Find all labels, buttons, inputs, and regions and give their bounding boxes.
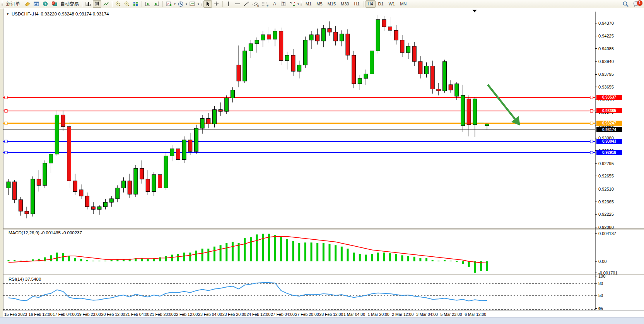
candle-body [267,35,271,39]
text-icon[interactable]: A [270,0,279,8]
zoom-in-icon[interactable] [114,0,122,8]
price-line-badge[interactable]: 0.93043 [596,139,622,144]
timeframe-bar: M1M5M15M30H1H4D1W1MN [303,0,409,8]
macd-histogram-bar [104,261,106,261]
rsi-axis-label: 0 [598,306,601,311]
arrows-dropdown-icon[interactable]: ▾ [297,2,299,6]
macd-histogram-bar [359,254,361,261]
price-line-badge[interactable]: 0.93247 [596,121,622,126]
candle-body [49,154,53,163]
periods-icon[interactable] [176,0,185,8]
timeframe-button-d1[interactable]: D1 [376,0,386,8]
rsi-axis-label: 100 [598,274,605,278]
macd-histogram-bar [189,252,191,261]
price-line-badge[interactable]: 0.92918 [596,150,622,155]
mt4-terminal-window: 新订单 自动交易 [0,0,644,324]
macd-histogram-bar [171,255,173,261]
toolbar-grip[interactable] [301,1,302,7]
candlestick-chart-icon[interactable] [93,0,101,8]
cursor-icon[interactable] [203,0,212,8]
timeframe-button-mn[interactable]: MN [398,0,409,8]
candle-body [158,175,162,188]
candle-body [7,182,10,188]
indicators-icon[interactable] [164,0,173,8]
timeframe-button-h1[interactable]: H1 [352,0,362,8]
macd-histogram-bar [207,249,209,261]
rsi-axis-label: 80 [598,281,603,286]
candle-body [31,179,35,214]
macd-histogram-bar [437,261,439,261]
timeframe-button-h4[interactable]: H4 [366,0,376,8]
macd-histogram-bar [419,258,421,261]
vertical-line-icon[interactable] [224,0,233,8]
candle-body [261,35,265,40]
toolbar-grip[interactable] [2,1,3,7]
charts-window-icon[interactable] [32,0,41,8]
zoom-out-icon[interactable] [123,0,131,8]
signal-icon[interactable] [41,0,50,8]
candle-body [97,207,101,210]
candle-body [412,46,416,61]
timeframe-button-m5[interactable]: M5 [314,0,325,8]
line-handle [5,151,7,154]
candle-body [467,99,471,125]
fibonacci-icon[interactable]: F [261,0,270,8]
auto-scroll-icon[interactable] [143,0,152,8]
auto-trading-icon[interactable] [50,0,59,8]
timeframe-button-m30[interactable]: M30 [338,0,351,8]
line-handle [5,96,7,99]
crosshair-icon[interactable] [212,0,221,8]
price-line-badge[interactable]: 0.93385 [596,108,622,113]
macd-histogram-bar [165,256,167,261]
new-order-button[interactable]: 新订单 [4,0,23,8]
timeframe-button-w1[interactable]: W1 [386,0,398,8]
price-tick-label: 0.92080 [598,225,614,230]
price-tick-label: 0.92795 [598,161,614,166]
chart-plot-area[interactable]: 0.943700.942250.940850.939400.937950.936… [3,9,644,317]
text-label-icon[interactable]: T [279,0,288,8]
price-line-badge[interactable]: 0.93174 [596,127,622,132]
candle-body [25,211,29,214]
periods-dropdown-icon[interactable]: ▾ [185,2,188,6]
chart-canvas[interactable] [3,9,644,317]
candle-body [116,188,120,199]
timeframe-button-m1[interactable]: M1 [303,0,314,8]
indicators-dropdown-icon[interactable]: ▾ [174,2,176,6]
search-icon[interactable] [621,0,630,8]
price-line-badge[interactable]: 0.93537 [596,95,622,100]
candle-body [249,44,253,51]
candle-body [485,124,489,126]
arrows-icon[interactable] [288,0,297,8]
trendline-icon[interactable] [242,0,251,8]
bar-chart-icon[interactable] [84,0,92,8]
timeframe-button-m15[interactable]: M15 [325,0,338,8]
toolbar-grip[interactable] [201,1,202,7]
macd-histogram-bar [377,252,379,261]
templates-dropdown-icon[interactable]: ▾ [197,2,200,6]
macd-histogram-bar [450,261,452,261]
line-chart-icon[interactable] [102,0,110,8]
new-order-icon[interactable] [23,0,32,8]
templates-icon[interactable] [188,0,197,8]
candle-body [212,109,216,124]
equidistant-channel-icon[interactable]: E [251,0,260,8]
macd-histogram-bar [183,252,185,261]
notification-badge[interactable]: 1 [637,0,642,6]
line-handle [590,151,593,154]
macd-histogram-bar [389,253,391,261]
candle-body [382,20,386,27]
candle-body [13,182,17,200]
chart-shift-marker [472,10,477,12]
horizontal-line-icon[interactable] [233,0,242,8]
candle-body [152,175,156,192]
candle-body [346,34,350,55]
candle-body [364,74,368,78]
candle-body [176,149,180,160]
chart-shift-icon[interactable] [152,0,161,8]
candle-body [303,40,307,65]
annotation-arrow [488,85,515,119]
macd-histogram-bar [383,252,385,261]
tile-windows-icon[interactable] [132,0,140,8]
macd-histogram-bar [147,259,149,261]
time-axis-label: 20 Feb 12:00 [101,312,125,317]
